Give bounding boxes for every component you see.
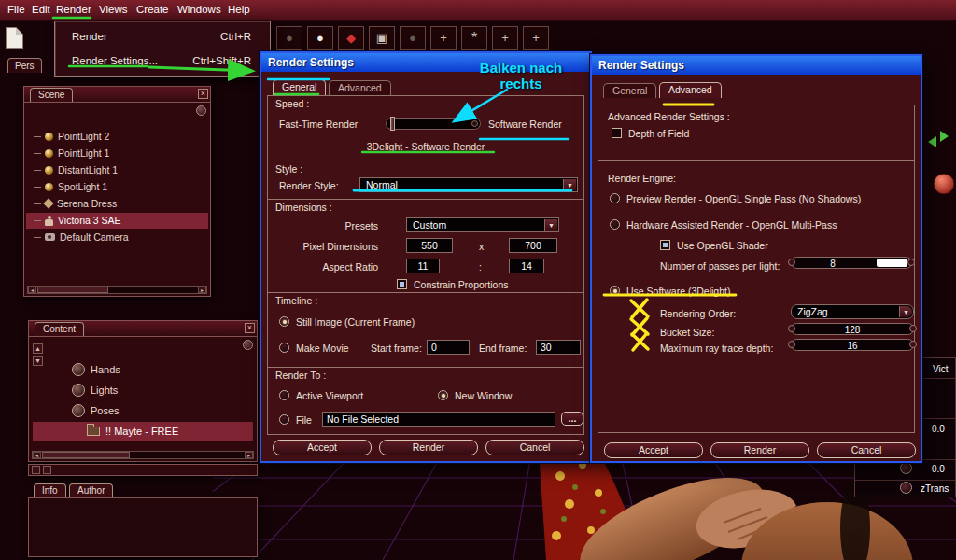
render-speed-slider[interactable] <box>386 118 481 130</box>
palette-handle-icon[interactable] <box>196 105 206 116</box>
start-frame-field[interactable] <box>427 340 470 355</box>
aspect-height-field[interactable] <box>509 259 544 273</box>
scene-item-distantlight1[interactable]: DistantLight 1 <box>26 162 208 178</box>
scene-item-spotlight1[interactable]: SpotLight 1 <box>26 179 208 195</box>
content-item-lights[interactable]: Lights <box>33 381 253 399</box>
content-hscrollbar[interactable]: ◂ ▸ <box>32 451 254 459</box>
cancel-button[interactable]: Cancel <box>485 440 584 455</box>
render-button[interactable]: Render <box>710 442 809 458</box>
scroll-right-icon[interactable]: ▸ <box>198 287 206 293</box>
tab-advanced[interactable]: Advanced <box>329 80 391 95</box>
content-item-poses[interactable]: Poses <box>33 401 253 420</box>
tab-general[interactable]: General <box>603 83 656 98</box>
camera-tab[interactable]: Pers <box>7 58 42 73</box>
tab-advanced[interactable]: Advanced <box>659 82 722 98</box>
nav-up-icon[interactable]: ▲ <box>33 343 43 354</box>
scroll-left-icon[interactable]: ◂ <box>28 287 36 293</box>
opengl-shader-checkbox[interactable] <box>660 240 670 250</box>
make-movie-radio[interactable] <box>279 343 289 353</box>
ztrans-dial-icon[interactable] <box>900 482 912 494</box>
pixel-height-field[interactable] <box>509 238 557 253</box>
end-frame-field[interactable] <box>536 340 581 355</box>
distantlight-icon <box>45 166 53 175</box>
active-viewport-radio[interactable] <box>279 390 289 400</box>
parameter-value[interactable]: 0.0 <box>932 424 945 434</box>
toolbar-material-diamond-icon[interactable]: ◆ <box>338 26 364 50</box>
scene-hscrollbar[interactable]: ◂ ▸ <box>27 286 207 294</box>
chevron-down-icon[interactable]: ▼ <box>899 306 912 317</box>
file-radio[interactable] <box>279 414 289 425</box>
cancel-button[interactable]: Cancel <box>817 442 916 458</box>
menu-views[interactable]: Views <box>95 0 131 21</box>
slider-cap <box>471 120 478 127</box>
footer-button2-icon[interactable] <box>43 466 51 474</box>
new-document-icon[interactable] <box>6 27 23 49</box>
content-tab[interactable]: Content <box>35 322 84 336</box>
toolbar-sparkle-wand-icon[interactable]: + <box>492 26 518 50</box>
scroll-right-icon[interactable]: ▸ <box>245 452 253 458</box>
chevron-down-icon[interactable]: ▼ <box>563 179 576 190</box>
menu-file[interactable]: File <box>4 0 29 21</box>
scene-item-victoria3[interactable]: Victoria 3 SAE <box>26 213 208 229</box>
chevron-down-icon[interactable]: ▼ <box>544 219 557 231</box>
scroll-left-icon[interactable]: ◂ <box>33 452 41 458</box>
aspect-width-field[interactable] <box>406 259 440 273</box>
tab-info[interactable]: Info <box>34 483 66 497</box>
palette-handle-icon[interactable] <box>243 340 253 350</box>
toolbar-starburst-icon[interactable]: * <box>461 26 487 50</box>
menu-create[interactable]: Create <box>133 0 173 21</box>
browse-button[interactable]: ... <box>561 412 583 426</box>
depth-of-field-checkbox[interactable] <box>612 128 622 138</box>
tab-author[interactable]: Author <box>69 483 113 497</box>
menu-edit[interactable]: Edit <box>28 0 54 21</box>
accept-button[interactable]: Accept <box>604 442 703 458</box>
render-style-dropdown[interactable]: Normal ▼ <box>359 177 578 192</box>
toolbar-add-panel-icon[interactable]: + <box>430 26 457 50</box>
scene-item-serena-dress[interactable]: Serena Dress <box>26 196 208 212</box>
passes-per-light-slider[interactable]: 8 <box>791 257 912 269</box>
toolbar-texture-ball-icon[interactable]: ● <box>307 26 333 50</box>
constrain-proportions-checkbox[interactable] <box>397 279 407 289</box>
menu-item-render[interactable]: Render Ctrl+R <box>57 24 268 49</box>
slider-handle[interactable] <box>390 117 395 131</box>
menu-windows[interactable]: Windows <box>174 0 225 21</box>
scene-tab[interactable]: Scene <box>30 88 73 102</box>
footer-button-icon[interactable] <box>32 466 40 474</box>
pixel-width-field[interactable] <box>406 238 453 253</box>
parameter-value[interactable]: 0.0 <box>932 464 945 474</box>
tree-connector <box>34 203 41 204</box>
scene-item-default-camera[interactable]: Default Camera <box>26 230 208 245</box>
close-icon[interactable]: × <box>245 323 255 333</box>
toolbar-render-sphere-icon[interactable]: ● <box>276 26 302 50</box>
scene-item-pointlight2[interactable]: PointLight 2 <box>26 129 208 145</box>
bucket-size-slider[interactable]: 128 <box>791 323 914 335</box>
toolbar-render-view-icon[interactable]: ▣ <box>369 26 395 50</box>
presets-dropdown[interactable]: Custom ▼ <box>406 217 559 232</box>
parameter-dial-icon[interactable] <box>900 462 912 474</box>
accept-button[interactable]: Accept <box>273 440 372 455</box>
ray-trace-depth-slider[interactable]: 16 <box>791 339 914 351</box>
file-path-field[interactable] <box>322 412 555 427</box>
dialog-title[interactable]: Render Settings <box>592 56 921 75</box>
content-item-mayte[interactable]: !! Mayte - FREE <box>33 422 253 441</box>
close-icon[interactable]: × <box>198 89 208 99</box>
slider-fill[interactable] <box>877 259 907 267</box>
scroll-thumb[interactable] <box>37 287 108 293</box>
new-window-radio[interactable] <box>438 390 448 400</box>
content-item-hands[interactable]: Hands <box>33 360 253 379</box>
toolbar-shadow-ball-icon[interactable]: ● <box>400 26 426 50</box>
scene-item-pointlight1[interactable]: PointLight 1 <box>26 146 208 161</box>
toolbar-sparkle-wand2-icon[interactable]: + <box>523 26 549 50</box>
scroll-thumb[interactable] <box>42 452 130 458</box>
hardware-render-radio[interactable] <box>610 219 620 230</box>
render-button[interactable]: Render <box>379 440 478 455</box>
use-software-radio[interactable] <box>610 286 620 296</box>
menu-help[interactable]: Help <box>224 0 254 21</box>
menu-item-render-settings[interactable]: Render Settings... Ctrl+Shift+R <box>57 49 268 73</box>
scene-item-label: SpotLight 1 <box>58 181 107 192</box>
rendering-order-dropdown[interactable]: ZigZag ▼ <box>791 304 914 319</box>
menu-render[interactable]: Render <box>52 0 95 21</box>
still-image-radio[interactable] <box>279 316 289 327</box>
preview-render-radio[interactable] <box>610 193 620 203</box>
tab-general[interactable]: General <box>273 79 326 95</box>
